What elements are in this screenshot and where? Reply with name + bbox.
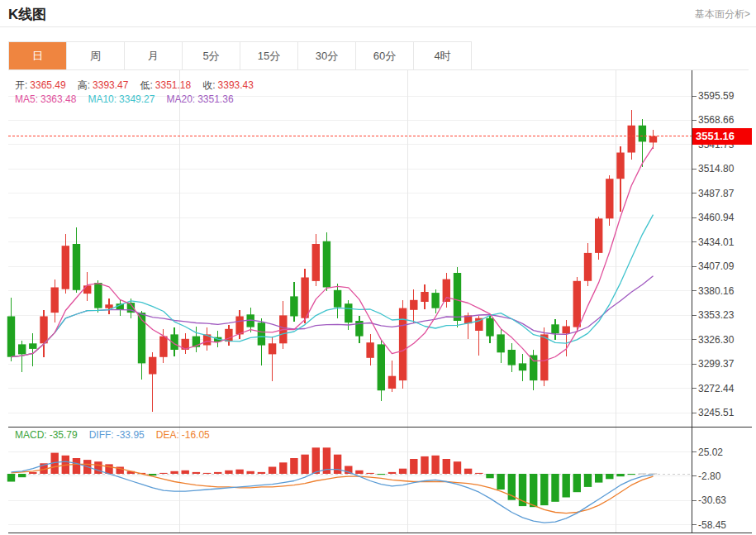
macd-indicator-row: MACD:-35.79DIFF:-33.95DEA:-16.05: [15, 429, 221, 441]
ohlc-row: 开:3365.49高:3393.47低:3351.18收:3393.43: [15, 79, 265, 93]
kline-page: K线图 基本面分析> 日周月5分15分30分60分4时 开:3365.49高:3…: [0, 0, 756, 535]
indicator-value: 3363.48: [40, 93, 76, 105]
indicator-label: DEA:: [156, 429, 179, 441]
macd-axis-label: 25.02: [698, 447, 723, 458]
current-price-badge: 3551.16: [692, 128, 752, 145]
price-axis-label: 3487.87: [698, 188, 734, 199]
macd-axis-label: -58.45: [698, 519, 726, 531]
price-axis-label: 3380.16: [698, 285, 734, 297]
indicator-label: 收:: [202, 79, 215, 91]
price-axis-label: 3514.80: [698, 163, 734, 174]
price-axis-label: 3568.66: [698, 114, 734, 126]
price-axis-label: 3353.23: [698, 309, 734, 321]
indicator-value: -33.95: [116, 429, 145, 441]
indicator-value: -16.05: [182, 429, 210, 441]
indicator-value: 3393.43: [218, 79, 254, 91]
indicator-label: MA20:: [166, 93, 195, 105]
indicator-label: MA10:: [88, 93, 116, 105]
price-axis-label: 3407.09: [698, 260, 734, 272]
price-axis-label: 3326.30: [698, 334, 734, 346]
indicator-label: DIFF:: [89, 429, 114, 441]
price-axis-label: 3272.44: [698, 383, 734, 394]
price-axis-label: 3245.51: [698, 407, 734, 418]
indicator-label: 高:: [78, 79, 90, 91]
kline-chart[interactable]: 开:3365.49高:3393.47低:3351.18收:3393.43 MA5…: [0, 70, 756, 535]
indicator-value: 3349.27: [119, 93, 155, 105]
indicator-value: -35.79: [50, 429, 78, 441]
indicator-value: 3351.18: [155, 79, 191, 91]
indicator-label: MACD:: [15, 429, 47, 441]
indicator-value: 3365.49: [30, 79, 65, 91]
price-axis-label: 3299.37: [698, 358, 734, 370]
indicator-label: MA5:: [15, 93, 38, 105]
indicator-label: 开:: [15, 79, 27, 91]
price-axis-label: 3434.01: [698, 236, 734, 248]
indicator-value: 3351.36: [197, 93, 233, 105]
indicator-value: 3393.47: [93, 79, 128, 91]
ma-row: MA5:3363.48MA10:3349.27MA20:3351.36: [15, 93, 245, 105]
macd-axis-label: -2.80: [698, 471, 720, 482]
macd-axis-label: -30.63: [698, 494, 726, 506]
price-axis-label: 3460.94: [698, 212, 734, 223]
price-axis-label: 3595.59: [698, 90, 734, 102]
indicator-label: 低:: [140, 79, 152, 91]
